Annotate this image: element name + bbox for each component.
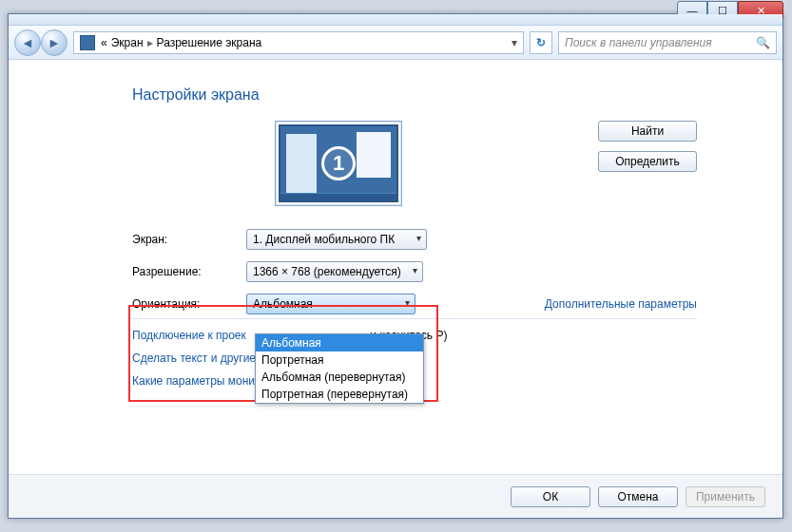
screen-row: Экран: 1. Дисплей мобильного ПК xyxy=(132,229,697,250)
preview-row: 1 Найти Определить xyxy=(132,121,697,206)
breadcrumb: « Экран ▸ Разрешение экрана xyxy=(101,36,261,49)
nav-arrows: ◄ ► xyxy=(14,29,68,56)
projector-link-text-pre: Подключение к проек xyxy=(132,329,246,342)
navbar: ◄ ► « Экран ▸ Разрешение экрана ▾ ↻ Поис… xyxy=(9,26,782,60)
screen-combo[interactable]: 1. Дисплей мобильного ПК xyxy=(246,229,427,250)
preview-buttons: Найти Определить xyxy=(598,121,697,172)
control-panel-window: — ☐ ✕ ◄ ► « Экран ▸ Разрешение экрана ▾ … xyxy=(8,13,783,519)
monitor-number: 1 xyxy=(321,146,356,180)
separator xyxy=(132,318,697,319)
screen-label: Экран: xyxy=(132,233,246,246)
orientation-option-portrait-flipped[interactable]: Портретная (перевернутая) xyxy=(256,386,423,403)
orientation-option-landscape-flipped[interactable]: Альбомная (перевернутая) xyxy=(256,369,423,386)
find-button[interactable]: Найти xyxy=(598,121,697,142)
back-button[interactable]: ◄ xyxy=(14,29,41,56)
resolution-row: Разрешение: 1366 × 768 (рекомендуется) xyxy=(132,261,697,282)
resolution-label: Разрешение: xyxy=(132,265,246,278)
advanced-settings-link[interactable]: Дополнительные параметры xyxy=(545,297,697,311)
breadcrumb-back[interactable]: « xyxy=(101,36,107,49)
footer: ОК Отмена Применить xyxy=(9,474,782,518)
ok-button[interactable]: ОК xyxy=(511,486,590,507)
orientation-option-landscape[interactable]: Альбомная xyxy=(256,334,423,352)
breadcrumb-screen[interactable]: Экран xyxy=(111,36,144,49)
orientation-option-portrait[interactable]: Портретная xyxy=(256,352,423,369)
forward-button[interactable]: ► xyxy=(41,29,68,56)
orientation-dropdown-list: Альбомная Портретная Альбомная (переверн… xyxy=(255,333,424,404)
orientation-combo[interactable]: Альбомная xyxy=(246,294,415,314)
apply-button[interactable]: Применить xyxy=(686,486,765,507)
monitor-preview[interactable]: 1 xyxy=(275,121,402,206)
address-bar[interactable]: « Экран ▸ Разрешение экрана ▾ xyxy=(73,31,524,54)
control-panel-icon xyxy=(80,35,95,50)
page-title: Настройки экрана xyxy=(132,86,697,104)
resolution-combo[interactable]: 1366 × 768 (рекомендуется) xyxy=(246,261,423,282)
detect-button[interactable]: Определить xyxy=(598,151,697,172)
refresh-button[interactable]: ↻ xyxy=(530,31,552,54)
breadcrumb-resolution[interactable]: Разрешение экрана xyxy=(157,36,262,49)
search-placeholder: Поиск в панели управления xyxy=(565,36,712,49)
cancel-button[interactable]: Отмена xyxy=(598,486,678,507)
search-icon: 🔍 xyxy=(756,36,770,49)
orientation-label: Ориентация: xyxy=(132,297,246,311)
search-input[interactable]: Поиск в панели управления 🔍 xyxy=(558,31,777,54)
breadcrumb-sep-icon: ▸ xyxy=(147,36,153,49)
address-dropdown-icon[interactable]: ▾ xyxy=(512,36,517,49)
titlebar[interactable] xyxy=(9,14,782,26)
